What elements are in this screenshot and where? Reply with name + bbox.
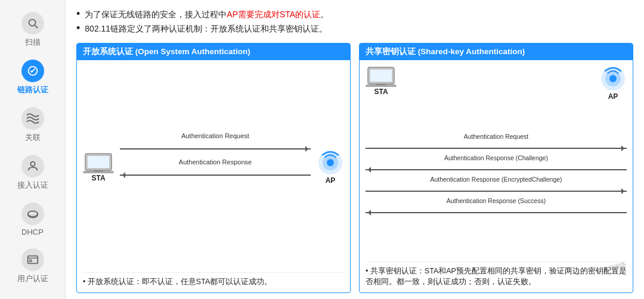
svg-point-13	[327, 159, 334, 166]
open-sta-device: STA	[83, 151, 114, 182]
svg-rect-10	[94, 170, 103, 172]
intro-bullets: • 为了保证无线链路的安全，接入过程中AP需要完成对STA的认证。 • 802.…	[76, 8, 633, 37]
sidebar: 扫描 链路认证 关联 接入认证 DHCP 用户认证	[0, 0, 66, 299]
shared-ap-device: AP	[599, 65, 627, 101]
open-system-header: 开放系统认证 (Open System Authentication)	[77, 43, 350, 60]
access-auth-icon	[21, 155, 44, 177]
svg-point-3	[30, 162, 35, 166]
user-auth-icon	[21, 248, 44, 271]
sidebar-item-dhcp[interactable]: DHCP	[0, 197, 65, 242]
shared-arrows-container: Authentication Request Authentication Re…	[366, 103, 627, 258]
svg-rect-17	[376, 84, 386, 85]
shared-key-body: STA AP	[360, 60, 633, 292]
open-response-line	[120, 175, 311, 176]
svg-rect-15	[370, 69, 392, 82]
svg-rect-8	[87, 155, 110, 169]
sidebar-item-scan[interactable]: 扫描	[0, 6, 65, 54]
dhcp-icon	[21, 203, 44, 225]
laptop-icon	[83, 151, 114, 174]
sidebar-item-access-auth[interactable]: 接入认证	[0, 149, 65, 197]
shared-devices-row: STA AP	[366, 65, 627, 101]
svg-point-6	[29, 260, 32, 262]
open-response-arrowhead	[119, 172, 125, 178]
svg-point-20	[609, 75, 617, 82]
panels: 开放系统认证 (Open System Authentication) STA	[76, 43, 633, 293]
open-system-panel: 开放系统认证 (Open System Authentication) STA	[76, 43, 351, 293]
link-auth-icon	[21, 60, 44, 82]
open-system-body: STA Authentication Request	[77, 60, 350, 292]
ap-icon-open	[317, 149, 344, 176]
ap-icon-shared	[599, 65, 627, 92]
laptop-icon-shared	[366, 65, 397, 88]
shared-key-footer: • 共享密钥认证：STA和AP预先配置相同的共享密钥，验证两边的密钥配置是否相同…	[366, 261, 627, 288]
svg-rect-5	[27, 256, 38, 264]
open-request-arrowhead	[305, 146, 311, 152]
sidebar-item-link-auth[interactable]: 链路认证	[0, 54, 65, 101]
shared-arrow-4: Authentication Response (Success)	[366, 204, 627, 221]
open-request-arrow-row: Authentication Request	[120, 140, 311, 158]
main-content: • 为了保证无线链路的安全，接入过程中AP需要完成对STA的认证。 • 802.…	[66, 0, 644, 299]
svg-point-4	[27, 211, 38, 216]
sidebar-item-associate[interactable]: 关联	[0, 101, 65, 149]
open-request-line	[120, 148, 311, 150]
shared-key-panel: 共享密钥认证 (Shared-key Authentication) STA	[359, 43, 633, 293]
bullet-2: • 802.11链路定义了两种认证机制：开放系统认证和共享密钥认证。	[76, 23, 633, 35]
svg-line-1	[35, 26, 38, 29]
shared-key-header: 共享密钥认证 (Shared-key Authentication)	[360, 43, 633, 60]
svg-point-0	[29, 20, 35, 26]
open-ap-device: AP	[317, 149, 344, 185]
open-response-arrow-row: Authentication Response	[120, 166, 311, 184]
shared-sta-device: STA	[366, 65, 397, 96]
open-system-footer: • 开放系统认证：即不认证，任意STA都可以认证成功。	[83, 272, 344, 288]
sidebar-item-user-auth[interactable]: 用户认证	[0, 242, 65, 290]
scan-icon	[21, 12, 44, 35]
bullet-1: • 为了保证无线链路的安全，接入过程中AP需要完成对STA的认证。	[76, 8, 633, 20]
associate-icon	[21, 107, 44, 130]
